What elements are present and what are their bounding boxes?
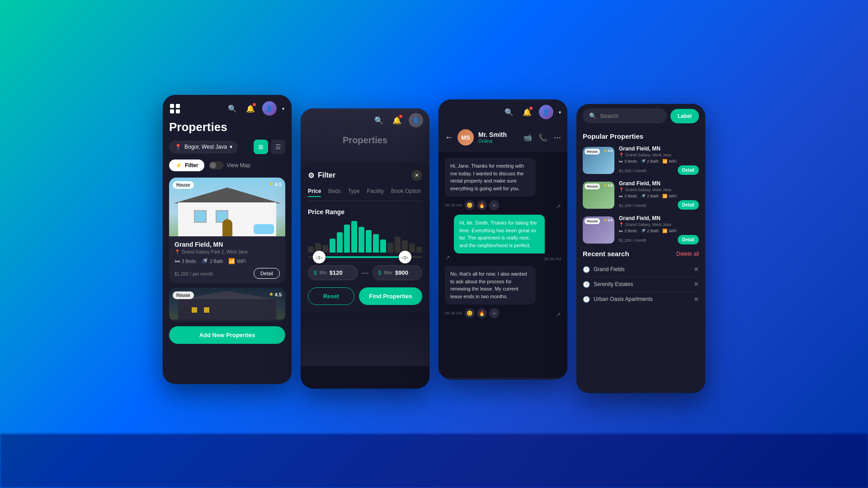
avatar-chevron[interactable]: ▾ bbox=[282, 106, 284, 111]
voice-call-icon[interactable]: 📞 bbox=[538, 133, 547, 142]
map-toggle-switch[interactable] bbox=[209, 161, 223, 169]
add-new-properties-btn[interactable]: Add New Properties bbox=[169, 326, 285, 344]
msg1-footer: 08.30 AM 😊 🔥 + bbox=[445, 198, 552, 210]
user-avatar[interactable]: 👤 bbox=[262, 101, 277, 116]
msg2-time: 08.34 AM bbox=[544, 257, 561, 261]
bath-feat-2: 🚿 2 Bath bbox=[641, 194, 659, 198]
range-handle-right[interactable]: ◁▷ bbox=[399, 251, 411, 263]
tab-price[interactable]: Price bbox=[308, 188, 321, 197]
detail-button-1[interactable]: Detail bbox=[254, 268, 280, 279]
prop-info-2: Grand Field, MN 📍 Grand Galaxy, West Jav… bbox=[619, 180, 699, 210]
reaction-smile-2[interactable]: 😊 bbox=[465, 308, 475, 318]
remove-recent-2[interactable]: ✕ bbox=[693, 281, 699, 288]
tab-beds[interactable]: Beds bbox=[328, 188, 340, 197]
max-label: Max bbox=[384, 270, 392, 275]
share-icon-2[interactable]: ↗ bbox=[445, 254, 450, 261]
prop-name-2: Grand Field, MN bbox=[619, 180, 699, 187]
video-call-icon[interactable]: 📹 bbox=[523, 133, 532, 142]
price-divider: — bbox=[362, 269, 369, 277]
reaction-smile[interactable]: 😊 bbox=[465, 200, 475, 210]
property-type-badge-2: House bbox=[173, 291, 194, 299]
delete-all-btn[interactable]: Delete all bbox=[676, 251, 699, 257]
bg-properties-label: Properties bbox=[343, 135, 387, 145]
prop-thumb-3: House ★ 4.5 bbox=[583, 216, 614, 244]
chat-topbar-right: 🔍 🔔 👤 ▾ bbox=[503, 105, 561, 119]
topbar-right: 🔍 🔔 👤 ▾ bbox=[226, 101, 284, 116]
range-handle-left[interactable]: ◁▷ bbox=[313, 251, 326, 263]
add-reaction-btn-2[interactable]: + bbox=[489, 308, 499, 318]
property-image-1: House ★ 4.5 bbox=[169, 178, 285, 236]
loc-pin-3: 📍 bbox=[619, 222, 624, 227]
more-options-icon[interactable]: ⋯ bbox=[554, 133, 561, 142]
prop-info-1: Grand Field, MN 📍 Grand Galaxy, West Jav… bbox=[619, 145, 699, 175]
filter-close-btn[interactable]: ✕ bbox=[411, 170, 422, 181]
back-arrow-btn[interactable]: ← bbox=[445, 133, 453, 142]
clock-icon-2: 🕐 bbox=[583, 281, 590, 288]
remove-recent-3[interactable]: ✕ bbox=[693, 296, 699, 303]
property-info-1: Grand Field, MN 📍 Grand Galaxy Park 2, W… bbox=[169, 236, 285, 283]
property-image-2: House ★ 4.5 bbox=[169, 288, 285, 319]
message-3: No, that's all for now. I also wanted to… bbox=[445, 266, 552, 318]
search-icon-btn[interactable]: 🔍 bbox=[226, 102, 239, 115]
reset-button[interactable]: Reset bbox=[308, 287, 354, 305]
tab-type[interactable]: Type bbox=[348, 188, 360, 197]
star-icon-2: ★ bbox=[269, 291, 274, 297]
wifi-feat-3: 📶 WiFi bbox=[662, 229, 677, 233]
phone2-avatar[interactable]: 👤 bbox=[409, 113, 423, 127]
tab-book-option[interactable]: Book Option bbox=[391, 188, 421, 197]
min-label: Min bbox=[320, 270, 327, 275]
tab-facility[interactable]: Facility bbox=[367, 188, 384, 197]
recent-search-text-1: Grand Fields bbox=[594, 266, 625, 272]
chat-contact-name: Mr. Smith bbox=[478, 131, 507, 138]
chat-contact-status: Online bbox=[478, 138, 507, 144]
filter-actions: Reset Find Properties bbox=[308, 287, 422, 305]
notification-btn[interactable]: 🔔 bbox=[244, 102, 257, 115]
message-row-1: Hi, Jane. Thanks for meeting with me tod… bbox=[445, 158, 561, 210]
price-range-title: Price Range bbox=[308, 208, 422, 216]
chat-search-btn[interactable]: 🔍 bbox=[503, 106, 515, 118]
chat-user-avatar[interactable]: 👤 bbox=[539, 105, 553, 119]
location-selector[interactable]: 📍 Bogor, West Java ▾ bbox=[169, 141, 238, 154]
share-icon-1[interactable]: ↗ bbox=[556, 203, 561, 210]
chat-avatar-chevron[interactable]: ▾ bbox=[559, 110, 561, 115]
phone2-notif-btn[interactable]: 🔔 bbox=[391, 114, 403, 127]
reaction-heart[interactable]: 🔥 bbox=[477, 200, 487, 210]
location-pin-icon: 📍 bbox=[175, 144, 182, 150]
prop-detail-btn-3[interactable]: Detail bbox=[678, 235, 699, 244]
phone2-search-btn[interactable]: 🔍 bbox=[373, 114, 385, 127]
house2-body bbox=[178, 299, 276, 319]
house-window-left bbox=[194, 210, 207, 223]
grid-view-btn[interactable]: ⊞ bbox=[254, 140, 268, 154]
share-icon-3[interactable]: ↗ bbox=[556, 311, 561, 318]
list-view-btn[interactable]: ☰ bbox=[271, 140, 285, 154]
prop-rating-2: ★ 4.5 bbox=[604, 183, 613, 188]
prop-detail-btn-2[interactable]: Detail bbox=[678, 200, 699, 210]
grid-icon[interactable] bbox=[170, 104, 180, 113]
max-price-input[interactable]: $ Max $900 bbox=[373, 265, 423, 280]
find-properties-button[interactable]: Find Properties bbox=[359, 287, 422, 305]
house2-light-2 bbox=[204, 307, 209, 313]
label-button[interactable]: Label bbox=[670, 109, 699, 123]
prop-info-3: Grand Field, MN 📍 Grand Galaxy, West Jav… bbox=[619, 215, 699, 244]
reaction-fire-2[interactable]: 🔥 bbox=[477, 308, 487, 318]
filter-button[interactable]: ⚡ Filter bbox=[169, 160, 204, 171]
msg3-reactions: 😊 🔥 + bbox=[465, 308, 499, 318]
prop-price-3: $1,200 / month bbox=[619, 237, 646, 243]
star-3: ★ bbox=[604, 218, 607, 222]
chat-notif-btn[interactable]: 🔔 bbox=[521, 106, 533, 118]
sent-bubble-1: Hi, Mr. Smith. Thanks for taking the tim… bbox=[454, 215, 545, 253]
wifi-feat-2: 📶 WiFi bbox=[662, 194, 677, 198]
prop-features-2: 🛏 3 Beds 🚿 2 Bath 📶 WiFi bbox=[619, 194, 699, 198]
received-bubble-2: No, that's all for now. I also wanted to… bbox=[445, 266, 536, 305]
phone4-content: Popular Properties House ★ 4.5 Grand Fie… bbox=[576, 128, 705, 390]
max-price-value: $900 bbox=[395, 269, 408, 276]
price-range-slider[interactable]: ◁▷ ◁▷ bbox=[308, 256, 422, 258]
chat-user-info: ← MS Mr. Smith Online bbox=[445, 129, 507, 145]
min-price-input[interactable]: $ Min $120 bbox=[308, 265, 358, 280]
phone2-bottom-blur bbox=[301, 312, 429, 366]
prop-detail-btn-1[interactable]: Detail bbox=[678, 165, 699, 175]
add-reaction-btn[interactable]: + bbox=[489, 200, 499, 210]
remove-recent-1[interactable]: ✕ bbox=[693, 266, 699, 273]
prop-footer-1: $1,200 / month Detail bbox=[619, 165, 699, 175]
search-bar[interactable]: 🔍 Search bbox=[583, 108, 667, 123]
